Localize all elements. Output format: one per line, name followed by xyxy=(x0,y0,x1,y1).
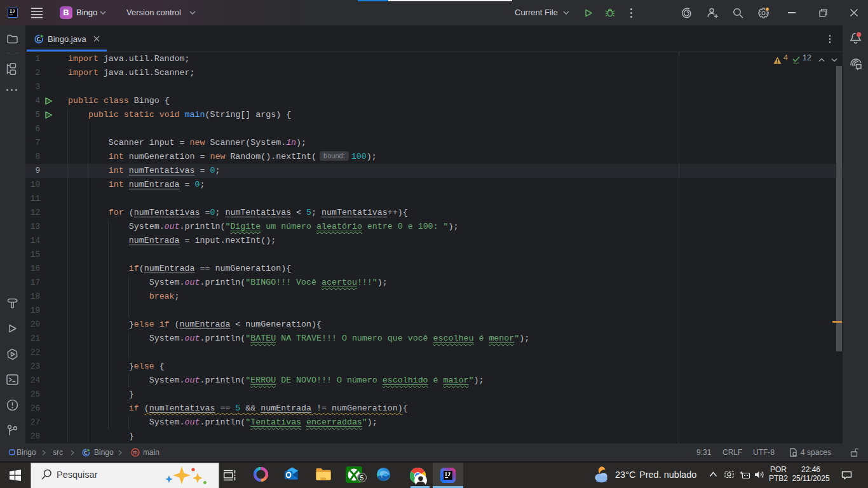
svg-text:m: m xyxy=(133,449,137,456)
